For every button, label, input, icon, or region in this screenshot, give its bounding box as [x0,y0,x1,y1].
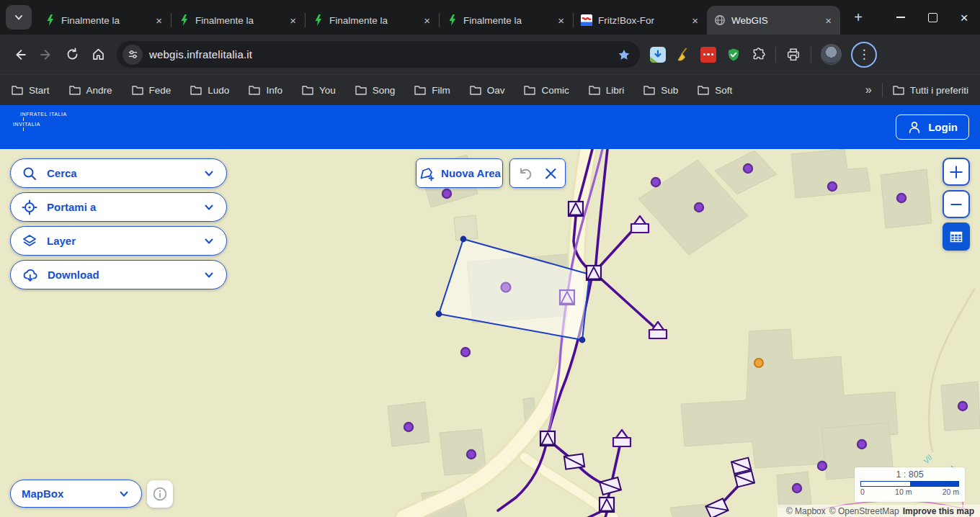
improve-map-link[interactable]: Improve this map [903,506,974,516]
bookmarks-overflow-button[interactable]: » [865,84,872,96]
cabinet-marker[interactable] [731,458,754,487]
orange-dot-marker[interactable] [754,359,763,367]
purple-dot-marker[interactable] [404,423,413,431]
bookmark-folder-libri[interactable]: Libri [589,85,625,96]
sidebar-panel-download[interactable]: Download [10,260,227,289]
tab-webgis-active[interactable]: WebGIS × [707,6,840,35]
star-icon [617,48,631,62]
print-button[interactable] [785,47,801,63]
tab-search-button[interactable] [6,5,32,30]
bookmark-star-button[interactable] [617,48,631,62]
password-extension-button[interactable] [700,47,716,63]
url-text[interactable]: webgis.infratelitalia.it [149,48,252,60]
tab-fritzbox[interactable]: Fritz!Box-For × [574,6,707,35]
basemap-selector[interactable]: MapBox [10,480,142,508]
profile-avatar[interactable] [821,44,842,65]
home-button[interactable] [85,42,111,68]
all-bookmarks-button[interactable]: Tutti i preferiti [893,85,968,96]
zoom-out-button[interactable] [943,190,970,218]
extensions-puzzle-button[interactable] [751,47,766,62]
bookmark-folder-info[interactable]: Info [249,85,282,96]
tab-finalmente-3[interactable]: Finalmente la × [306,6,439,35]
attribute-table-button[interactable] [943,222,970,251]
manhole-marker[interactable] [600,498,614,512]
new-tab-button[interactable]: + [847,6,869,28]
new-area-button[interactable]: Nuova Area [416,158,503,188]
close-icon: × [960,11,968,24]
bookmark-folder-song[interactable]: Song [355,85,396,96]
reload-button[interactable] [59,42,85,68]
forward-button[interactable] [33,42,59,68]
house-marker[interactable] [613,430,631,446]
tab-close-icon[interactable]: × [555,14,567,27]
bookmark-folder-comic[interactable]: Comic [524,85,569,96]
bookmark-folder-you[interactable]: You [302,85,336,96]
manhole-marker[interactable] [560,290,574,305]
purple-dot-marker[interactable] [461,348,470,356]
bookmark-folder-fede[interactable]: Fede [132,85,172,96]
sidebar-panel-portami-a[interactable]: Portami a [10,192,227,222]
sidebar-panel-cerca[interactable]: Cerca [10,158,227,188]
site-info-button[interactable] [122,45,143,65]
purple-dot-marker[interactable] [858,440,866,449]
osm-attribution-link[interactable]: © OpenStreetMap [829,506,899,516]
house-marker[interactable] [631,216,649,233]
tab-close-icon[interactable]: × [822,14,834,27]
tab-finalmente-2[interactable]: Finalmente la × [172,6,305,35]
browser-menu-button[interactable]: ⋮ [851,42,877,68]
sidebar-panel-layer[interactable]: Layer [10,226,227,256]
bookmark-folder-oav[interactable]: Oav [470,85,505,96]
bookmark-folder-andre[interactable]: Andre [69,85,112,96]
maximize-button[interactable] [917,0,948,35]
chevron-down-icon[interactable] [202,269,215,282]
purple-dot-marker[interactable] [442,189,451,198]
delete-area-button[interactable] [542,165,559,182]
manhole-marker[interactable] [540,431,555,446]
purple-dot-marker[interactable] [818,462,827,470]
tab-close-icon[interactable]: × [421,14,433,27]
purple-dot-marker[interactable] [897,194,906,202]
joint-marker[interactable] [600,477,621,495]
adguard-extension-button[interactable] [726,47,741,63]
purple-dot-marker[interactable] [651,178,660,186]
tab-finalmente-4[interactable]: Finalmente la × [440,6,573,35]
zoom-in-button[interactable] [943,158,970,186]
chevron-down-icon[interactable] [202,235,215,248]
back-button[interactable] [7,42,33,68]
polygon-vertex[interactable] [579,337,586,343]
purple-dot-marker[interactable] [695,203,703,212]
chevron-down-icon[interactable] [117,487,130,500]
bookmark-folder-soft[interactable]: Soft [698,85,732,96]
bookmark-label: Tutti i preferiti [910,85,968,96]
tab-close-icon[interactable]: × [153,14,165,27]
bookmark-folder-film[interactable]: Film [414,85,450,96]
purple-dot-marker[interactable] [793,484,801,493]
bookmark-folder-start[interactable]: Start [12,85,50,96]
undo-button[interactable] [516,165,533,182]
close-window-button[interactable]: × [948,0,980,35]
address-bar[interactable]: webgis.infratelitalia.it [117,41,640,68]
info-button[interactable] [147,480,173,508]
purple-dot-marker[interactable] [828,182,837,191]
purple-dot-marker[interactable] [744,164,752,173]
bookmark-folder-ludo[interactable]: Ludo [190,85,229,96]
tab-finalmente-1[interactable]: Finalmente la × [37,6,171,35]
chevron-down-icon[interactable] [202,201,215,214]
polygon-vertex[interactable] [460,236,467,243]
chevron-down-icon[interactable] [202,167,215,180]
downloader-extension-button[interactable] [650,47,666,63]
joint-marker[interactable] [564,454,584,469]
mapbox-attribution-link[interactable]: © Mapbox [786,506,826,516]
light-purple-dot-marker[interactable] [502,283,511,292]
minimize-button[interactable] [885,0,917,35]
purple-dot-marker[interactable] [958,402,967,410]
tab-close-icon[interactable]: × [689,14,701,27]
cleaner-extension-button[interactable] [675,47,691,63]
bookmark-folder-sub[interactable]: Sub [643,85,678,96]
login-button[interactable]: Login [896,114,969,140]
manhole-marker[interactable] [569,202,583,216]
manhole-marker[interactable] [587,266,601,280]
polygon-vertex[interactable] [436,311,442,318]
tab-close-icon[interactable]: × [287,14,299,27]
purple-dot-marker[interactable] [467,450,476,459]
